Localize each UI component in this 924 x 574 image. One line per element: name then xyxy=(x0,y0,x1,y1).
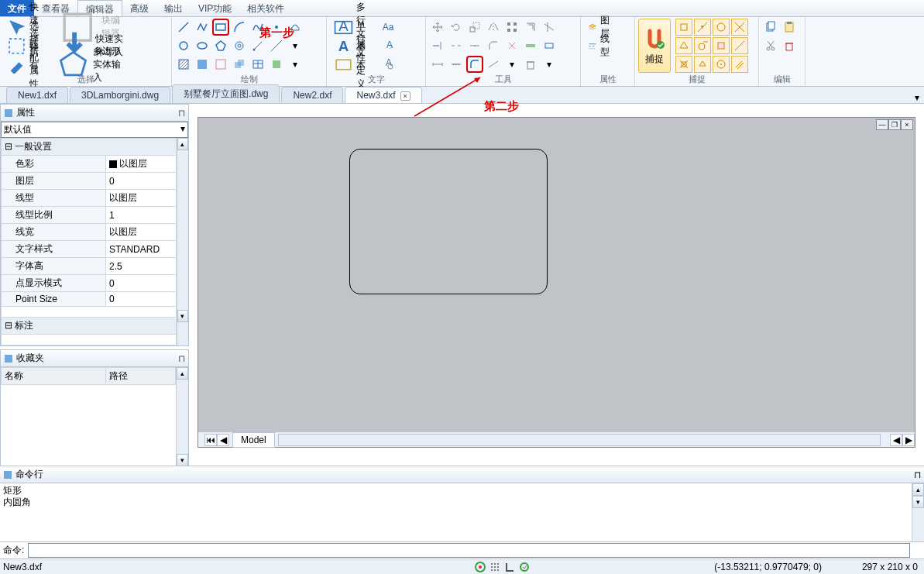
boundary-icon[interactable] xyxy=(212,56,229,73)
fav-col-path[interactable]: 路径 xyxy=(106,368,176,385)
pin-icon[interactable]: ⊓ xyxy=(178,108,185,119)
canvas-restore-icon[interactable]: ❐ xyxy=(888,119,901,130)
fav-col-name[interactable]: 名称 xyxy=(2,368,106,385)
snap-tan-icon[interactable] xyxy=(694,37,711,54)
menu-related[interactable]: 相关软件 xyxy=(239,0,292,16)
trim-icon[interactable] xyxy=(541,19,558,36)
tab-first-icon[interactable]: ⏮ xyxy=(204,434,217,446)
tab-dropdown-icon[interactable]: ▾ xyxy=(910,92,924,103)
snap-button[interactable]: 捕捉 xyxy=(638,19,671,73)
table-icon[interactable] xyxy=(249,56,266,73)
rectangle-icon[interactable] xyxy=(212,19,229,36)
canvas-hscroll[interactable] xyxy=(278,434,881,446)
delete-icon[interactable] xyxy=(781,37,798,54)
textfind-icon[interactable]: A xyxy=(380,56,397,73)
rotate-icon[interactable] xyxy=(448,19,465,36)
snap-int-icon[interactable] xyxy=(731,19,748,36)
mirror-icon[interactable] xyxy=(485,19,502,36)
cmd-scrollbar[interactable]: ▴▾ xyxy=(912,483,924,541)
polygon-input-button[interactable]: 多边形实体输入 xyxy=(53,56,129,73)
match-prop-button[interactable]: 匹配属性 xyxy=(3,56,51,73)
ellipse-icon[interactable] xyxy=(194,37,211,54)
prop-color[interactable]: 以图层 xyxy=(106,156,177,173)
canvas-close-icon[interactable]: × xyxy=(901,119,913,130)
lengthen-icon[interactable] xyxy=(485,56,502,73)
textedit-icon[interactable]: A xyxy=(380,37,397,54)
measure-icon[interactable] xyxy=(429,56,446,73)
fillet-icon[interactable] xyxy=(466,56,483,73)
status-snap-icon[interactable] xyxy=(474,561,486,573)
cut-icon[interactable] xyxy=(762,37,779,54)
prop-ltscale[interactable]: 1 xyxy=(106,207,177,224)
attdef-button[interactable]: 属性定义 xyxy=(330,56,378,73)
array-icon[interactable] xyxy=(503,19,520,36)
fav-scrollbar[interactable]: ▴▾ xyxy=(176,367,188,470)
dropdown2-icon[interactable]: ▾ xyxy=(287,56,304,73)
drawing-canvas[interactable]: — ❐ × ⏮ ◀ Model ◀ ▶ xyxy=(198,117,915,448)
join-icon[interactable] xyxy=(466,37,483,54)
menu-vip[interactable]: VIP功能 xyxy=(191,0,239,16)
textstyle-icon[interactable]: Aa xyxy=(380,19,397,36)
snap-mid-icon[interactable] xyxy=(694,19,711,36)
align-icon[interactable] xyxy=(522,37,539,54)
status-ortho-icon[interactable] xyxy=(503,561,516,573)
copy-icon[interactable] xyxy=(762,19,779,36)
stretch-icon[interactable] xyxy=(541,37,558,54)
doc-tab-2[interactable]: 别墅餐厅立面图.dwg xyxy=(172,84,280,103)
prop-layer[interactable]: 0 xyxy=(106,173,177,190)
doc-tab-1[interactable]: 3DLamborgini.dwg xyxy=(70,87,170,103)
pin-icon[interactable]: ⊓ xyxy=(914,469,921,480)
explode-icon[interactable] xyxy=(503,37,520,54)
polyline-icon[interactable] xyxy=(194,19,211,36)
default-dropdown[interactable]: 默认值▾ xyxy=(1,122,188,138)
prop-textheight[interactable]: 2.5 xyxy=(106,258,177,275)
circle-icon[interactable] xyxy=(175,37,192,54)
snap-qua-icon[interactable] xyxy=(675,56,692,73)
polygon-icon[interactable] xyxy=(212,37,229,54)
help-icon[interactable]: ? xyxy=(919,0,924,16)
close-tab-icon[interactable]: × xyxy=(400,91,410,101)
tool-dd1-icon[interactable]: ▾ xyxy=(503,56,520,73)
region-icon[interactable] xyxy=(231,56,248,73)
category-dim[interactable]: ⊟ 标注 xyxy=(2,318,177,335)
snap-app-icon[interactable] xyxy=(713,56,730,73)
scale-icon[interactable] xyxy=(466,19,483,36)
break-icon[interactable] xyxy=(448,37,465,54)
divide-icon[interactable] xyxy=(448,56,465,73)
line-icon[interactable] xyxy=(175,19,192,36)
model-tab[interactable]: Model xyxy=(232,432,275,448)
hscroll-left-icon[interactable]: ◀ xyxy=(890,434,902,446)
status-grid-icon[interactable] xyxy=(489,561,501,573)
doc-tab-4[interactable]: New3.dxf× xyxy=(345,87,421,103)
doc-tab-0[interactable]: New1.dxf xyxy=(6,87,68,103)
prop-pointsize[interactable]: 0 xyxy=(106,292,177,307)
move-icon[interactable] xyxy=(429,19,446,36)
hscroll-right-icon[interactable]: ▶ xyxy=(902,434,915,446)
extend-icon[interactable] xyxy=(429,37,446,54)
canvas-min-icon[interactable]: — xyxy=(876,119,888,130)
linetype-button[interactable]: 线型 xyxy=(584,37,613,54)
donut-icon[interactable] xyxy=(231,37,248,54)
prop-scrollbar[interactable]: ▴ ▾ xyxy=(177,138,188,345)
prop-pointmode[interactable]: 0 xyxy=(106,275,177,292)
command-input[interactable] xyxy=(28,543,910,558)
status-osnap-icon[interactable] xyxy=(518,561,531,573)
chamfer-icon[interactable] xyxy=(485,37,502,54)
snap-ext-icon[interactable] xyxy=(694,56,711,73)
arc-icon[interactable] xyxy=(231,19,248,36)
snap-per-icon[interactable] xyxy=(675,37,692,54)
snap-par-icon[interactable] xyxy=(731,56,748,73)
category-general[interactable]: ⊟ 一般设置 xyxy=(2,139,177,156)
gradient-icon[interactable] xyxy=(194,56,211,73)
prop-ltype[interactable]: 以图层 xyxy=(106,190,177,207)
hatch-icon[interactable] xyxy=(175,56,192,73)
snap-nea-icon[interactable] xyxy=(713,37,730,54)
pin-icon[interactable]: ⊓ xyxy=(178,353,185,364)
prop-textstyle[interactable]: STANDARD xyxy=(106,241,177,258)
snap-nod-icon[interactable] xyxy=(731,37,748,54)
offset-icon[interactable] xyxy=(522,19,539,36)
insert-icon[interactable] xyxy=(268,56,285,73)
snap-cen-icon[interactable] xyxy=(713,19,730,36)
paste-icon[interactable] xyxy=(781,19,798,36)
tab-prev-icon[interactable]: ◀ xyxy=(217,434,229,446)
